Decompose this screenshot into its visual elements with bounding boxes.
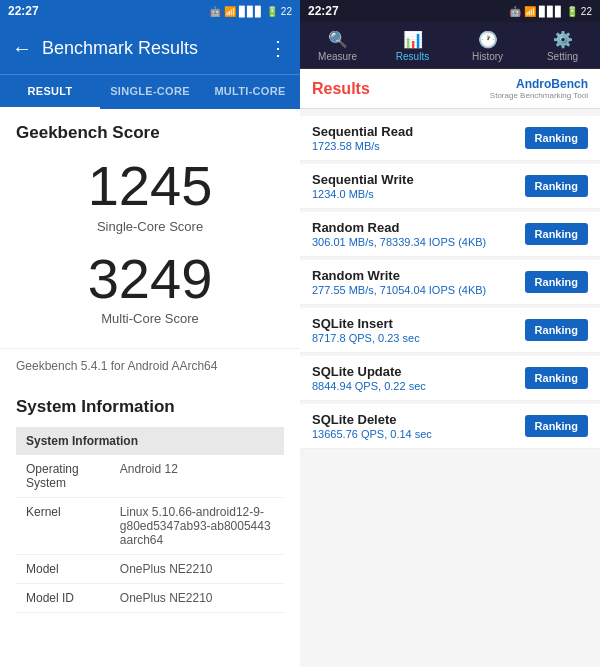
multi-core-score-label: Multi-Core Score <box>16 311 284 326</box>
tab-result[interactable]: RESULT <box>0 75 100 109</box>
status-bar-left: 22:27 🤖 📶 ▊▊▊ 🔋 22 <box>0 0 300 22</box>
android-icon: 🤖 <box>209 6 221 17</box>
system-info-title: System Information <box>16 397 284 417</box>
benchmark-item: SQLite Update 8844.94 QPS, 0.22 sec Rank… <box>300 356 600 401</box>
sys-table-row: ModelOnePlus NE2210 <box>16 555 284 584</box>
sys-key: Kernel <box>16 498 110 555</box>
status-icons-right: 🤖 📶 ▊▊▊ 🔋 22 <box>509 6 592 17</box>
ranking-button[interactable]: Ranking <box>525 367 588 389</box>
status-icons-left: 🤖 📶 ▊▊▊ 🔋 22 <box>209 6 292 17</box>
ranking-button[interactable]: Ranking <box>525 223 588 245</box>
android-icon-right: 🤖 <box>509 6 521 17</box>
signal-icon: ▊▊▊ <box>239 6 263 17</box>
results-label: Results <box>396 51 429 62</box>
bench-name: Random Read <box>312 220 486 235</box>
bench-value: 13665.76 QPS, 0.14 sec <box>312 428 432 440</box>
left-panel: 22:27 🤖 📶 ▊▊▊ 🔋 22 ← Benchmark Results ⋮… <box>0 0 300 667</box>
benchmark-list: Sequential Read 1723.58 MB/s Ranking Seq… <box>300 109 600 456</box>
benchmark-item: Sequential Read 1723.58 MB/s Ranking <box>300 116 600 161</box>
bench-info: Random Read 306.01 MB/s, 78339.34 IOPS (… <box>312 220 486 248</box>
battery-left: 🔋 22 <box>266 6 292 17</box>
right-panel: 22:27 🤖 📶 ▊▊▊ 🔋 22 🔍 Measure 📊 Results 🕐… <box>300 0 600 667</box>
toolbar-left: ← Benchmark Results ⋮ <box>0 22 300 74</box>
bench-value: 8844.94 QPS, 0.22 sec <box>312 380 426 392</box>
bench-name: Random Write <box>312 268 486 283</box>
androbench-logo: AndroBench Storage Benchmarking Tool <box>490 77 588 100</box>
single-core-score-block: 1245 Single-Core Score <box>16 155 284 234</box>
bench-value: 1723.58 MB/s <box>312 140 413 152</box>
sys-value: OnePlus NE2210 <box>110 584 284 613</box>
more-button[interactable]: ⋮ <box>268 36 288 60</box>
system-info-section: System Information System Information Op… <box>0 383 300 619</box>
nav-tab-history[interactable]: 🕐 History <box>450 22 525 68</box>
nav-tabs-right: 🔍 Measure 📊 Results 🕐 History ⚙️ Setting <box>300 22 600 69</box>
multi-core-score-block: 3249 Multi-Core Score <box>16 248 284 327</box>
back-button[interactable]: ← <box>12 37 32 60</box>
sys-key: Model <box>16 555 110 584</box>
bench-name: Sequential Write <box>312 172 414 187</box>
setting-icon: ⚙️ <box>553 30 573 49</box>
tab-single-core[interactable]: SINGLE-CORE <box>100 75 200 109</box>
ranking-button[interactable]: Ranking <box>525 271 588 293</box>
bench-info: SQLite Insert 8717.8 QPS, 0.23 sec <box>312 316 420 344</box>
bench-info: SQLite Delete 13665.76 QPS, 0.14 sec <box>312 412 432 440</box>
tabs-bar: RESULT SINGLE-CORE MULTI-CORE <box>0 74 300 109</box>
single-core-score-number: 1245 <box>16 155 284 217</box>
logo-subtitle: Storage Benchmarking Tool <box>490 91 588 100</box>
ranking-button[interactable]: Ranking <box>525 319 588 341</box>
results-header: Results AndroBench Storage Benchmarking … <box>300 69 600 109</box>
sys-value: Android 12 <box>110 455 284 498</box>
history-label: History <box>472 51 503 62</box>
system-info-table: System Information Operating SystemAndro… <box>16 427 284 613</box>
setting-label: Setting <box>547 51 578 62</box>
toolbar-title: Benchmark Results <box>42 38 258 59</box>
multi-core-score-number: 3249 <box>16 248 284 310</box>
benchmark-item: SQLite Insert 8717.8 QPS, 0.23 sec Ranki… <box>300 308 600 353</box>
measure-icon: 🔍 <box>328 30 348 49</box>
geekbench-score-section: Geekbench Score 1245 Single-Core Score 3… <box>0 109 300 348</box>
ranking-button[interactable]: Ranking <box>525 175 588 197</box>
nav-tab-setting[interactable]: ⚙️ Setting <box>525 22 600 68</box>
nav-tab-measure[interactable]: 🔍 Measure <box>300 22 375 68</box>
single-core-score-label: Single-Core Score <box>16 219 284 234</box>
results-icon: 📊 <box>403 30 423 49</box>
sys-table-row: Operating SystemAndroid 12 <box>16 455 284 498</box>
geekbench-version: Geekbench 5.4.1 for Android AArch64 <box>0 348 300 383</box>
signal-icon-right: ▊▊▊ <box>539 6 563 17</box>
sys-table-row: Model IDOnePlus NE2210 <box>16 584 284 613</box>
bench-value: 1234.0 MB/s <box>312 188 414 200</box>
bench-value: 306.01 MB/s, 78339.34 IOPS (4KB) <box>312 236 486 248</box>
logo-text: AndroBench <box>516 77 588 91</box>
history-icon: 🕐 <box>478 30 498 49</box>
sys-value: Linux 5.10.66-android12-9-g80ed5347ab93-… <box>110 498 284 555</box>
time-right: 22:27 <box>308 4 339 18</box>
measure-label: Measure <box>318 51 357 62</box>
ranking-button[interactable]: Ranking <box>525 415 588 437</box>
bench-name: Sequential Read <box>312 124 413 139</box>
table-header: System Information <box>16 427 284 455</box>
status-bar-right: 22:27 🤖 📶 ▊▊▊ 🔋 22 <box>300 0 600 22</box>
sys-key: Model ID <box>16 584 110 613</box>
bench-name: SQLite Update <box>312 364 426 379</box>
sys-key: Operating System <box>16 455 110 498</box>
ranking-button[interactable]: Ranking <box>525 127 588 149</box>
geekbench-title: Geekbench Score <box>16 123 284 143</box>
content-left: Geekbench Score 1245 Single-Core Score 3… <box>0 109 300 667</box>
wifi-icon: 📶 <box>224 6 236 17</box>
benchmark-item: Random Write 277.55 MB/s, 71054.04 IOPS … <box>300 260 600 305</box>
battery-right: 🔋 22 <box>566 6 592 17</box>
content-right: Results AndroBench Storage Benchmarking … <box>300 69 600 667</box>
tab-multi-core[interactable]: MULTI-CORE <box>200 75 300 109</box>
bench-info: Sequential Read 1723.58 MB/s <box>312 124 413 152</box>
nav-tab-results[interactable]: 📊 Results <box>375 22 450 68</box>
bench-name: SQLite Insert <box>312 316 420 331</box>
sys-value: OnePlus NE2210 <box>110 555 284 584</box>
bench-info: Random Write 277.55 MB/s, 71054.04 IOPS … <box>312 268 486 296</box>
bench-name: SQLite Delete <box>312 412 432 427</box>
benchmark-item: Sequential Write 1234.0 MB/s Ranking <box>300 164 600 209</box>
benchmark-item: SQLite Delete 13665.76 QPS, 0.14 sec Ran… <box>300 404 600 449</box>
benchmark-item: Random Read 306.01 MB/s, 78339.34 IOPS (… <box>300 212 600 257</box>
time-left: 22:27 <box>8 4 39 18</box>
bench-info: SQLite Update 8844.94 QPS, 0.22 sec <box>312 364 426 392</box>
bench-info: Sequential Write 1234.0 MB/s <box>312 172 414 200</box>
